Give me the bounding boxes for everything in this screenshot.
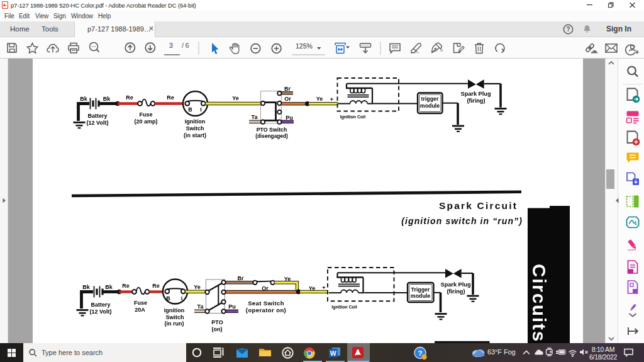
svg-text:Ignition Coil: Ignition Coil xyxy=(331,305,357,310)
svg-text:(in start): (in start) xyxy=(184,132,206,139)
svg-text:(12 Volt): (12 Volt) xyxy=(90,308,112,315)
svg-text:Trigger: Trigger xyxy=(411,286,430,293)
svg-text:Re: Re xyxy=(126,94,133,101)
svg-text:(disengaged): (disengaged) xyxy=(255,133,288,139)
svg-text:Br: Br xyxy=(237,275,243,281)
svg-text:Re: Re xyxy=(152,283,160,289)
svg-text:PTO Switch: PTO Switch xyxy=(257,127,287,133)
svg-text:Spark Plug: Spark Plug xyxy=(461,91,491,97)
svg-text:Bk: Bk xyxy=(105,284,113,290)
svg-text:+: + xyxy=(322,285,325,291)
svg-text:(in run): (in run) xyxy=(165,320,184,327)
svg-text:Fuse: Fuse xyxy=(139,111,152,118)
svg-text:+: + xyxy=(330,96,333,103)
svg-text:Ye: Ye xyxy=(194,284,201,290)
svg-text:Br: Br xyxy=(284,86,291,92)
svg-text:Switch: Switch xyxy=(186,125,204,132)
svg-text:Ye: Ye xyxy=(232,95,239,101)
svg-text:(firing): (firing) xyxy=(467,98,485,104)
svg-text:Ta: Ta xyxy=(197,303,204,310)
svg-text:?: ? xyxy=(566,26,570,33)
svg-text:20A: 20A xyxy=(135,307,145,313)
svg-text:Re: Re xyxy=(167,94,174,101)
svg-text:(20 amp): (20 amp) xyxy=(134,118,157,125)
svg-text:Re: Re xyxy=(122,283,130,289)
svg-text:(ignition switch in “run”): (ignition switch in “run”) xyxy=(401,216,523,226)
svg-text:Battery: Battery xyxy=(91,302,110,308)
svg-text:Ignition: Ignition xyxy=(185,118,206,125)
svg-text:Or: Or xyxy=(262,285,269,291)
svg-text:module: module xyxy=(411,293,430,299)
svg-text:module: module xyxy=(420,103,440,109)
svg-text:Ye: Ye xyxy=(284,276,291,282)
svg-text:Bk: Bk xyxy=(103,96,111,102)
svg-text:Ta: Ta xyxy=(252,114,258,120)
svg-text:Bk: Bk xyxy=(80,96,87,102)
svg-text:Fuse: Fuse xyxy=(134,300,147,306)
svg-text:Spark Circuit: Spark Circuit xyxy=(439,200,518,211)
svg-text:W: W xyxy=(330,349,336,357)
svg-text:I: I xyxy=(200,106,202,113)
svg-text:(12 Volt): (12 Volt) xyxy=(87,120,109,126)
svg-text:?: ? xyxy=(418,349,422,357)
svg-text:Ye: Ye xyxy=(316,96,323,102)
svg-text:i: i xyxy=(181,295,183,302)
svg-text:Pu: Pu xyxy=(228,303,236,310)
svg-text:Circuits: Circuits xyxy=(529,264,550,342)
svg-text:Switch: Switch xyxy=(165,314,184,320)
svg-text:Spark Plug: Spark Plug xyxy=(441,281,471,288)
svg-text:B: B xyxy=(166,295,170,302)
svg-text:Seat Switch: Seat Switch xyxy=(248,300,284,307)
svg-text:(operator on): (operator on) xyxy=(246,307,286,314)
svg-text:(firing): (firing) xyxy=(447,288,465,295)
svg-text:Ye: Ye xyxy=(309,285,316,291)
svg-text:Battery: Battery xyxy=(87,113,107,119)
svg-text:Or: Or xyxy=(284,96,291,102)
svg-text:B: B xyxy=(188,106,192,113)
svg-text:Bk: Bk xyxy=(82,284,90,290)
svg-text:(on): (on) xyxy=(212,326,223,332)
svg-text:trigger: trigger xyxy=(421,96,439,102)
svg-text:Ignition Coil: Ignition Coil xyxy=(340,115,365,120)
svg-text:Pu: Pu xyxy=(286,115,293,121)
svg-text:Ignition: Ignition xyxy=(164,307,185,314)
svg-text:PTO: PTO xyxy=(211,319,223,325)
